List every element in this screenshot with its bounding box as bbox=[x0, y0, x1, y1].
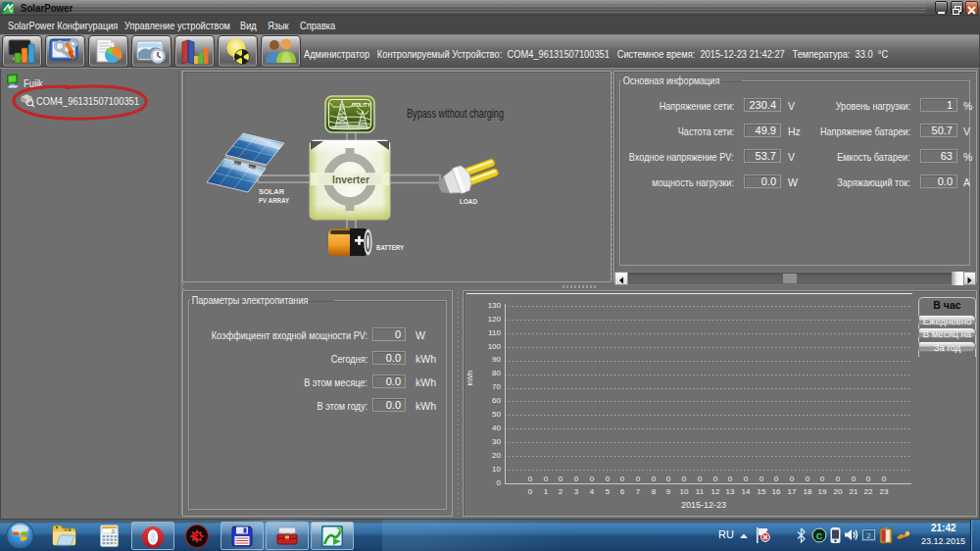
svg-text:2: 2 bbox=[867, 532, 871, 539]
svg-text:LOAD: LOAD bbox=[460, 197, 477, 206]
svg-text:Bypass without charging: Bypass without charging bbox=[407, 107, 504, 121]
svg-text:0: 0 bbox=[112, 528, 115, 534]
svg-text:C: C bbox=[816, 531, 823, 541]
svg-text:BATTERY: BATTERY bbox=[376, 243, 405, 252]
svg-text:Inverter: Inverter bbox=[332, 174, 369, 185]
svg-text:UTILITY: UTILITY bbox=[352, 102, 370, 108]
svg-text:SOLARPV ARRAY: SOLARPV ARRAY bbox=[259, 187, 290, 205]
